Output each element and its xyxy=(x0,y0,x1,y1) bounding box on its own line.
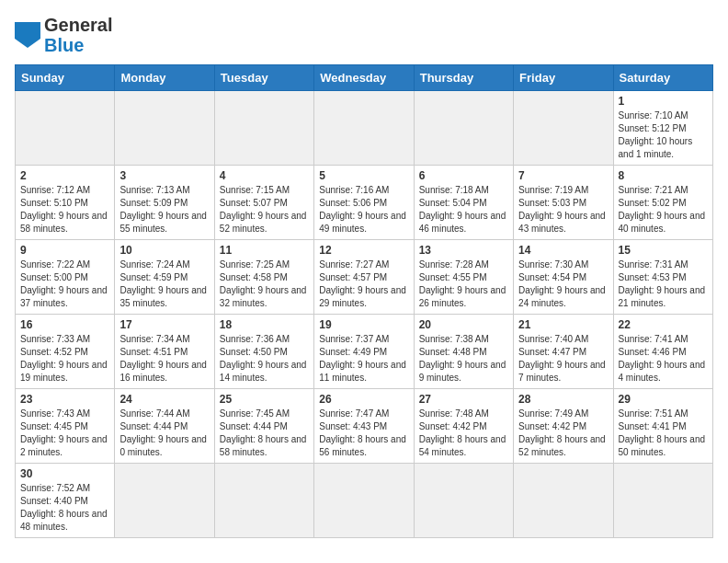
day-info: Sunrise: 7:27 AM Sunset: 4:57 PM Dayligh… xyxy=(319,259,408,310)
calendar-day-cell: 12Sunrise: 7:27 AM Sunset: 4:57 PM Dayli… xyxy=(314,240,414,315)
day-number: 29 xyxy=(619,393,708,406)
calendar-day-cell: 1Sunrise: 7:10 AM Sunset: 5:12 PM Daylig… xyxy=(613,91,712,166)
day-number: 1 xyxy=(619,95,708,108)
day-info: Sunrise: 7:19 AM Sunset: 5:03 PM Dayligh… xyxy=(518,184,608,236)
day-number: 11 xyxy=(220,244,309,257)
day-number: 30 xyxy=(20,467,109,480)
day-number: 21 xyxy=(518,318,608,331)
calendar-day-cell: 30Sunrise: 7:52 AM Sunset: 4:40 PM Dayli… xyxy=(16,464,115,538)
calendar-day-cell: 18Sunrise: 7:36 AM Sunset: 4:50 PM Dayli… xyxy=(214,315,313,389)
calendar-day-cell xyxy=(514,464,613,538)
day-number: 9 xyxy=(20,244,109,257)
calendar-week-row: 30Sunrise: 7:52 AM Sunset: 4:40 PM Dayli… xyxy=(16,464,713,538)
day-number: 16 xyxy=(20,318,109,331)
day-info: Sunrise: 7:41 AM Sunset: 4:46 PM Dayligh… xyxy=(619,333,708,385)
day-info: Sunrise: 7:48 AM Sunset: 4:42 PM Dayligh… xyxy=(419,408,508,459)
day-info: Sunrise: 7:36 AM Sunset: 4:50 PM Dayligh… xyxy=(220,333,309,385)
day-of-week-header: Saturday xyxy=(613,65,712,91)
day-number: 8 xyxy=(619,169,708,182)
calendar-day-cell: 3Sunrise: 7:13 AM Sunset: 5:09 PM Daylig… xyxy=(115,166,214,240)
day-number: 4 xyxy=(220,169,309,182)
day-info: Sunrise: 7:30 AM Sunset: 4:54 PM Dayligh… xyxy=(518,259,608,310)
day-number: 15 xyxy=(619,244,708,257)
logo-blue-text: Blue xyxy=(44,35,112,55)
day-info: Sunrise: 7:28 AM Sunset: 4:55 PM Dayligh… xyxy=(419,259,508,310)
calendar-day-cell xyxy=(16,91,115,166)
day-number: 19 xyxy=(319,318,408,331)
day-info: Sunrise: 7:33 AM Sunset: 4:52 PM Dayligh… xyxy=(20,333,109,385)
day-of-week-header: Monday xyxy=(115,65,214,91)
calendar-day-cell xyxy=(613,464,712,538)
calendar-day-cell: 15Sunrise: 7:31 AM Sunset: 4:53 PM Dayli… xyxy=(613,240,712,315)
calendar-day-cell xyxy=(115,464,214,538)
day-info: Sunrise: 7:25 AM Sunset: 4:58 PM Dayligh… xyxy=(220,259,309,310)
day-info: Sunrise: 7:38 AM Sunset: 4:48 PM Dayligh… xyxy=(419,333,508,385)
calendar-day-cell: 25Sunrise: 7:45 AM Sunset: 4:44 PM Dayli… xyxy=(214,389,313,464)
day-info: Sunrise: 7:51 AM Sunset: 4:41 PM Dayligh… xyxy=(619,408,708,459)
calendar-day-cell xyxy=(214,464,313,538)
calendar-day-cell: 11Sunrise: 7:25 AM Sunset: 4:58 PM Dayli… xyxy=(214,240,313,315)
calendar-day-cell: 29Sunrise: 7:51 AM Sunset: 4:41 PM Dayli… xyxy=(613,389,712,464)
calendar-day-cell xyxy=(414,464,513,538)
day-number: 26 xyxy=(319,393,408,406)
calendar-day-cell: 28Sunrise: 7:49 AM Sunset: 4:42 PM Dayli… xyxy=(514,389,613,464)
day-number: 25 xyxy=(220,393,309,406)
calendar-day-cell: 24Sunrise: 7:44 AM Sunset: 4:44 PM Dayli… xyxy=(115,389,214,464)
calendar-day-cell: 6Sunrise: 7:18 AM Sunset: 5:04 PM Daylig… xyxy=(414,166,513,240)
day-number: 20 xyxy=(419,318,508,331)
calendar-day-cell: 23Sunrise: 7:43 AM Sunset: 4:45 PM Dayli… xyxy=(16,389,115,464)
day-number: 24 xyxy=(119,393,209,406)
day-info: Sunrise: 7:18 AM Sunset: 5:04 PM Dayligh… xyxy=(419,184,508,236)
day-info: Sunrise: 7:43 AM Sunset: 4:45 PM Dayligh… xyxy=(20,408,109,459)
calendar-day-cell xyxy=(414,91,513,166)
calendar-week-row: 9Sunrise: 7:22 AM Sunset: 5:00 PM Daylig… xyxy=(16,240,713,315)
day-info: Sunrise: 7:47 AM Sunset: 4:43 PM Dayligh… xyxy=(319,408,408,459)
day-info: Sunrise: 7:34 AM Sunset: 4:51 PM Dayligh… xyxy=(119,333,209,385)
day-info: Sunrise: 7:52 AM Sunset: 4:40 PM Dayligh… xyxy=(20,482,109,534)
day-of-week-header: Wednesday xyxy=(314,65,414,91)
day-of-week-header: Friday xyxy=(514,65,613,91)
calendar-day-cell: 8Sunrise: 7:21 AM Sunset: 5:02 PM Daylig… xyxy=(613,166,712,240)
day-number: 12 xyxy=(319,244,408,257)
day-info: Sunrise: 7:40 AM Sunset: 4:47 PM Dayligh… xyxy=(518,333,608,385)
day-info: Sunrise: 7:44 AM Sunset: 4:44 PM Dayligh… xyxy=(119,408,209,459)
day-number: 28 xyxy=(518,393,608,406)
day-number: 23 xyxy=(20,393,109,406)
calendar-day-cell xyxy=(115,91,214,166)
calendar-day-cell xyxy=(314,464,414,538)
day-info: Sunrise: 7:16 AM Sunset: 5:06 PM Dayligh… xyxy=(319,184,408,236)
calendar-day-cell: 7Sunrise: 7:19 AM Sunset: 5:03 PM Daylig… xyxy=(514,166,613,240)
day-number: 6 xyxy=(419,169,508,182)
day-info: Sunrise: 7:22 AM Sunset: 5:00 PM Dayligh… xyxy=(20,259,109,310)
calendar-day-cell xyxy=(514,91,613,166)
day-info: Sunrise: 7:24 AM Sunset: 4:59 PM Dayligh… xyxy=(119,259,209,310)
calendar-table: SundayMondayTuesdayWednesdayThursdayFrid… xyxy=(15,64,713,538)
calendar-day-cell: 22Sunrise: 7:41 AM Sunset: 4:46 PM Dayli… xyxy=(613,315,712,389)
day-of-week-header: Sunday xyxy=(16,65,115,91)
day-number: 17 xyxy=(119,318,209,331)
day-info: Sunrise: 7:15 AM Sunset: 5:07 PM Dayligh… xyxy=(220,184,309,236)
day-info: Sunrise: 7:12 AM Sunset: 5:10 PM Dayligh… xyxy=(20,184,109,236)
logo-general-text: General xyxy=(44,15,112,35)
calendar-day-cell: 19Sunrise: 7:37 AM Sunset: 4:49 PM Dayli… xyxy=(314,315,414,389)
calendar-day-cell: 10Sunrise: 7:24 AM Sunset: 4:59 PM Dayli… xyxy=(115,240,214,315)
calendar-day-cell: 5Sunrise: 7:16 AM Sunset: 5:06 PM Daylig… xyxy=(314,166,414,240)
calendar-week-row: 1Sunrise: 7:10 AM Sunset: 5:12 PM Daylig… xyxy=(16,91,713,166)
day-number: 10 xyxy=(119,244,209,257)
day-number: 5 xyxy=(319,169,408,182)
logo: General Blue xyxy=(15,15,112,55)
page-header: General Blue xyxy=(15,15,713,55)
calendar-week-row: 23Sunrise: 7:43 AM Sunset: 4:45 PM Dayli… xyxy=(16,389,713,464)
calendar-day-cell: 13Sunrise: 7:28 AM Sunset: 4:55 PM Dayli… xyxy=(414,240,513,315)
calendar-day-cell: 17Sunrise: 7:34 AM Sunset: 4:51 PM Dayli… xyxy=(115,315,214,389)
calendar-day-cell: 16Sunrise: 7:33 AM Sunset: 4:52 PM Dayli… xyxy=(16,315,115,389)
calendar-day-cell: 14Sunrise: 7:30 AM Sunset: 4:54 PM Dayli… xyxy=(514,240,613,315)
day-number: 7 xyxy=(518,169,608,182)
day-info: Sunrise: 7:10 AM Sunset: 5:12 PM Dayligh… xyxy=(619,109,708,161)
day-number: 14 xyxy=(518,244,608,257)
day-number: 22 xyxy=(619,318,708,331)
calendar-week-row: 2Sunrise: 7:12 AM Sunset: 5:10 PM Daylig… xyxy=(16,166,713,240)
day-number: 2 xyxy=(20,169,109,182)
calendar-day-cell: 2Sunrise: 7:12 AM Sunset: 5:10 PM Daylig… xyxy=(16,166,115,240)
day-info: Sunrise: 7:49 AM Sunset: 4:42 PM Dayligh… xyxy=(518,408,608,459)
